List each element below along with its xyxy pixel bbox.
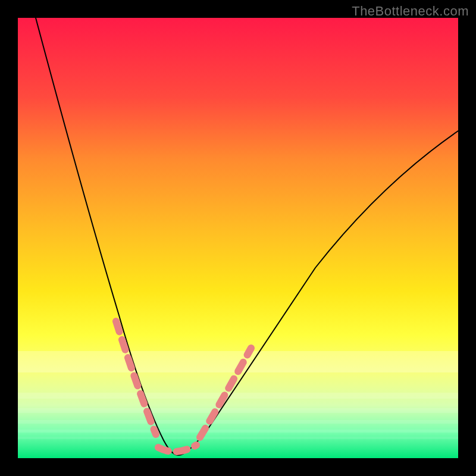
bottleneck-curve xyxy=(36,18,458,455)
chart-frame: TheBottleneck.com xyxy=(0,0,476,476)
watermark-text: TheBottleneck.com xyxy=(352,4,469,19)
plot-area xyxy=(18,18,458,458)
curve-svg xyxy=(18,18,458,458)
left-dash-segment xyxy=(116,321,156,434)
right-dash-segment xyxy=(200,348,251,437)
